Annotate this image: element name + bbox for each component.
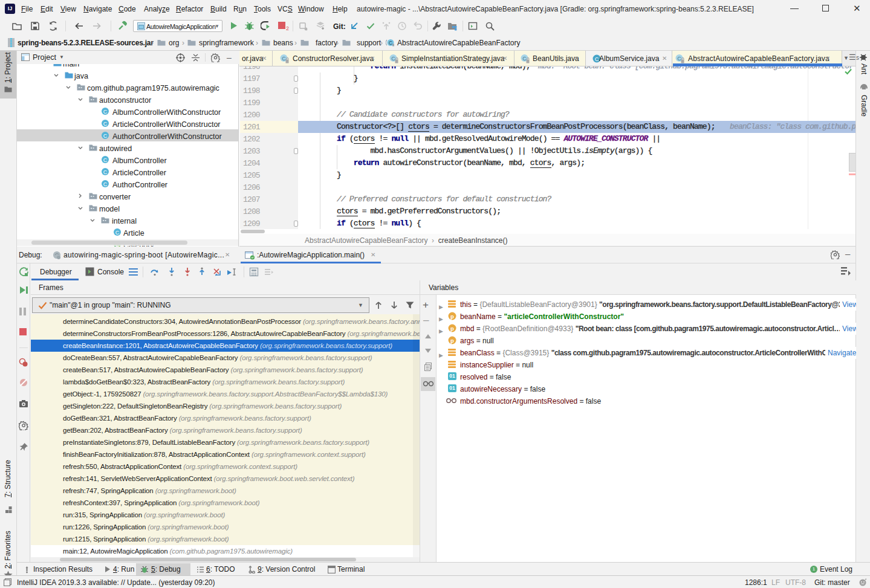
svg-text:C: C	[103, 121, 108, 127]
svg-text:C: C	[103, 109, 108, 115]
svg-text:C: C	[522, 56, 527, 62]
svg-text:C: C	[103, 169, 108, 175]
svg-text:p: p	[450, 325, 454, 332]
svg-text:p: p	[450, 337, 454, 344]
svg-text:C: C	[103, 157, 108, 163]
svg-text:C: C	[115, 230, 120, 236]
svg-text:C: C	[595, 56, 599, 62]
svg-text:C: C	[677, 56, 681, 62]
svg-text:p: p	[450, 313, 454, 320]
svg-text:C: C	[389, 40, 392, 46]
svg-text:C: C	[282, 56, 286, 62]
svg-text:C: C	[391, 56, 395, 62]
svg-text:C: C	[103, 181, 108, 187]
svg-text:C: C	[103, 133, 108, 139]
